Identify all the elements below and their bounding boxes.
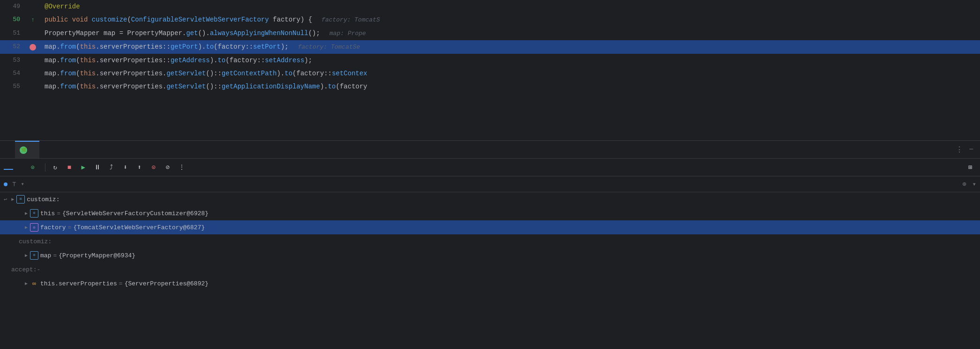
line-gutter <box>26 54 40 67</box>
var-expand-btn[interactable] <box>11 238 19 245</box>
var-value: {ServletWebServerFactoryCustomizer@6928} <box>62 210 208 217</box>
var-row[interactable]: accept:- <box>0 262 980 276</box>
line-number: 55 <box>0 80 26 93</box>
line-content: map.from(this.serverProperties.getServle… <box>40 80 980 93</box>
debug-toolbar: ⊙ ↻ ■ ▶ ⏸ ⤴ ⬇ ⬆ ⊙ ⊘ ⋮ ⊞ <box>0 159 980 176</box>
line-number: 49 <box>0 0 26 13</box>
code-line-50: 50↑ public void customize(ConfigurableSe… <box>0 13 980 27</box>
var-expand-btn[interactable]: ▶ <box>9 196 16 203</box>
back-arrow-icon: ↩ <box>4 196 7 203</box>
code-line-49: 49@Override <box>0 0 980 13</box>
var-row[interactable]: ▶ ∞ this.serverProperties = {ServerPrope… <box>0 276 980 291</box>
var-name: customiz: <box>19 238 52 245</box>
var-name: accept:- <box>11 266 40 273</box>
line-content: map.from(this.serverProperties.getServle… <box>40 67 980 80</box>
var-row[interactable]: ↩ ▶ ≡ customiz: <box>0 192 980 206</box>
line-gutter <box>26 27 40 40</box>
var-name: map <box>40 252 51 259</box>
toolbar-sep-1 <box>45 163 45 172</box>
code-line-51: 51 PropertyMapper map = PropertyMapper.g… <box>0 27 980 40</box>
var-eq: = <box>53 252 57 259</box>
breakpoint-icon[interactable] <box>30 44 36 51</box>
var-value: {PropertyMapper@6934} <box>59 252 135 259</box>
var-row[interactable]: ▶ ≡ map = {PropertyMapper@6934} <box>0 248 980 262</box>
toolbar-tab-console[interactable] <box>15 166 24 169</box>
filter-dot <box>4 182 7 186</box>
var-eq: = <box>57 210 60 217</box>
spring-icon: 🌿 <box>20 146 27 154</box>
toolbar-stepout-btn[interactable]: ⬆ <box>134 161 146 174</box>
more-tabs-btn[interactable]: ⋮ <box>953 145 966 154</box>
var-object-icon: ⊙ <box>30 223 38 232</box>
var-row[interactable]: ▶ ≡ this = {ServletWebServerFactoryCusto… <box>0 206 980 220</box>
code-line-54: 54 map.from(this.serverProperties.getSer… <box>0 67 980 80</box>
var-value: {ServerProperties@6892} <box>125 280 208 287</box>
line-gutter <box>26 40 40 54</box>
code-editor: 49@Override50↑ public void customize(Con… <box>0 0 980 140</box>
line-gutter <box>26 67 40 80</box>
var-expand-btn[interactable]: ▶ <box>22 252 30 259</box>
filter-input[interactable] <box>27 181 957 188</box>
toolbar-runcursor-btn[interactable]: ⊙ <box>148 161 160 174</box>
line-content: public void customize(ConfigurableServle… <box>40 13 980 27</box>
var-name: factory <box>40 224 66 231</box>
toolbar-resume-btn[interactable]: ▶ <box>77 161 89 174</box>
toolbar-tab-actuator[interactable]: ⊙ <box>26 162 41 173</box>
line-number: 53 <box>0 54 26 67</box>
debug-tab-bar: 🌿 ⋮ − <box>0 141 980 159</box>
line-number: 51 <box>0 27 26 40</box>
var-expand-btn[interactable]: ▶ <box>22 210 30 217</box>
var-expand-btn[interactable]: ▶ <box>22 224 30 231</box>
line-gutter <box>26 0 40 13</box>
line-hint: map: Prope <box>329 30 366 37</box>
toolbar-more-btn[interactable]: ⋮ <box>176 161 188 174</box>
toolbar-stepinto-btn[interactable]: ⬇ <box>119 161 132 174</box>
var-row[interactable]: customiz: <box>0 234 980 248</box>
toolbar-stop-btn[interactable]: ■ <box>63 161 75 174</box>
impl-icon: ↑ <box>31 14 34 27</box>
toolbar-pause-btn[interactable]: ⏸ <box>91 161 104 174</box>
line-hint: factory: TomcatSe <box>298 44 360 51</box>
toolbar-reload-btn[interactable]: ↻ <box>49 161 61 174</box>
var-field-icon: ≡ <box>30 209 38 218</box>
code-line-52: 52 map.from(this.serverProperties::getPo… <box>0 40 980 54</box>
variables-area: ↩ ▶ ≡ customiz: ▶ ≡ this = {ServletWebSe… <box>0 192 980 291</box>
var-name: this <box>40 210 55 217</box>
line-content: map.from(this.serverProperties::getPort)… <box>40 40 980 54</box>
debug-panel: 🌿 ⋮ − ⊙ ↻ ■ ▶ ⏸ ⤴ ⬇ ⬆ ⊙ ⊘ ⋮ ⊞ ⊤ ▾ <box>0 140 980 291</box>
line-content: @Override <box>40 0 980 13</box>
filter-dropdown-btn[interactable]: ▾ <box>21 181 24 188</box>
var-eq: = <box>119 280 123 287</box>
var-loop-icon: ∞ <box>30 279 38 288</box>
toolbar-mute-btn[interactable]: ⊘ <box>162 161 174 174</box>
filter-bar: ⊤ ▾ ⊕ ▾ <box>0 176 980 192</box>
toolbar-stepover-btn[interactable]: ⤴ <box>105 161 118 174</box>
code-line-53: 53 map.from(this.serverProperties::getAd… <box>0 54 980 67</box>
line-gutter: ↑ <box>26 13 40 27</box>
tab-springboot-app[interactable]: 🌿 <box>15 141 39 158</box>
var-field-icon: ≡ <box>16 195 25 204</box>
line-number: 54 <box>0 67 26 80</box>
line-number: 50 <box>0 13 26 27</box>
var-name: this.serverProperties <box>40 280 117 287</box>
toolbar-tab-threads[interactable] <box>4 165 13 170</box>
filter-add-btn[interactable]: ⊕ <box>959 179 970 189</box>
var-row[interactable]: ▶ ⊙ factory = {TomcatServletWebServerFac… <box>0 220 980 234</box>
filter-icon-btn[interactable]: ⊤ <box>10 179 18 189</box>
line-number: 52 <box>0 40 26 54</box>
var-name: customiz: <box>27 196 59 203</box>
line-hint: factory: TomcatS <box>321 16 380 23</box>
filter-chevron-btn[interactable]: ▾ <box>973 180 976 188</box>
var-expand-btn[interactable]: ▶ <box>22 280 30 287</box>
var-eq: = <box>68 224 72 231</box>
line-content: map.from(this.serverProperties::getAddre… <box>40 54 980 67</box>
var-field-icon: ≡ <box>30 251 38 260</box>
code-line-55: 55 map.from(this.serverProperties.getSer… <box>0 80 980 93</box>
line-gutter <box>26 80 40 93</box>
var-value: {TomcatServletWebServerFactory@6827} <box>73 224 205 231</box>
minimize-btn[interactable]: − <box>966 145 976 154</box>
line-content: PropertyMapper map = PropertyMapper.get(… <box>40 27 980 40</box>
toolbar-layout-btn[interactable]: ⊞ <box>964 161 976 174</box>
